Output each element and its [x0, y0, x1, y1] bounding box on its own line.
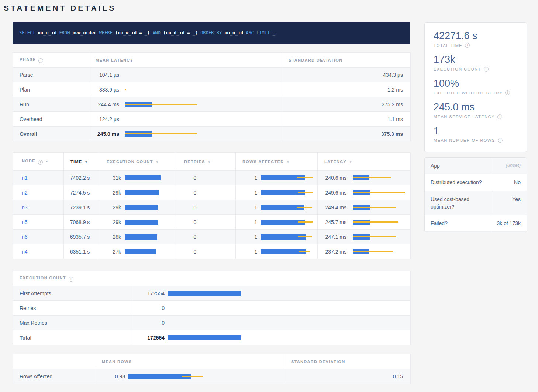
info-icon[interactable]: i: [498, 138, 503, 143]
node-column-header[interactable]: NODEi▼: [13, 153, 64, 171]
node-link[interactable]: n3: [22, 204, 28, 210]
node-exec-count-cell: 31k: [100, 171, 176, 185]
sort-arrow-icon: ▼: [85, 161, 87, 164]
latency-bar-chart: [353, 230, 410, 244]
stat-label-text: MEAN SERVICE LATENCY: [434, 114, 495, 119]
execution-count-header-label: EXECUTION COUNT: [20, 276, 66, 280]
sql-token: _: [272, 30, 275, 35]
node-latency-cell: 240.6 ms: [318, 171, 411, 185]
info-icon[interactable]: i: [484, 67, 489, 72]
sql-token: ORDER BY: [200, 30, 224, 35]
phase-name: Overhead: [13, 112, 89, 127]
node-latency-cell: 247.1 ms: [318, 230, 411, 244]
sort-arrow-icon: ▼: [286, 161, 289, 164]
mean-rows-bar-chart: [128, 369, 284, 384]
latency-bar-chart: [125, 82, 282, 97]
rows-affected-header-row: MEAN ROWS STANDARD DEVIATION: [13, 354, 411, 369]
retries-header-label: RETRIES: [184, 159, 205, 164]
latency-value: 249.4 ms: [324, 204, 346, 210]
rows-affected-bar-chart: [261, 171, 317, 185]
node-link[interactable]: n2: [22, 190, 28, 196]
node-rows-affected-cell: 1: [236, 200, 318, 215]
exec-count-bar-chart: [125, 185, 176, 200]
stat-value: 42271.6 s: [434, 30, 518, 42]
detail-label: Used cost-based optimizer?: [425, 191, 491, 215]
detail-value: Yes: [491, 191, 527, 215]
retries-column-header[interactable]: RETRIES▼: [176, 153, 236, 171]
node-row: n5 7068.9 s 29k 0 1: [13, 215, 411, 230]
node-link[interactable]: n6: [22, 234, 28, 240]
execution-count-value: 0: [131, 305, 165, 311]
rows-header-label: ROWS AFFECTED: [242, 159, 284, 164]
exec-count-bar-chart: [125, 230, 176, 244]
info-icon[interactable]: i: [38, 58, 43, 63]
stat-value: 100%: [434, 78, 518, 89]
stat-label-text: EXECUTED WITHOUT RETRY: [434, 91, 503, 95]
exec-count-value: 27k: [107, 249, 121, 255]
rows-affected-bar-chart: [261, 200, 317, 214]
info-icon[interactable]: i: [465, 43, 470, 48]
time-column-header[interactable]: TIME▼: [64, 153, 100, 171]
exec-count-bar-chart: [125, 215, 176, 229]
detail-label: Failed?: [425, 215, 491, 231]
latency-column-header[interactable]: LATENCY▼: [318, 153, 411, 171]
node-id-cell: n5: [13, 215, 64, 230]
node-row: n4 6351.1 s 27k 0 1: [13, 244, 411, 259]
phase-table: PHASEi MEAN LATENCY STANDARD DEVIATION P…: [13, 52, 411, 141]
stat-label-text: MEAN NUMBER OF ROWS: [434, 138, 495, 142]
latency-header-label: LATENCY: [324, 159, 346, 164]
phase-name: Run: [13, 97, 89, 112]
latency-bar-chart: [353, 185, 410, 200]
summary-sidebar: 42271.6 s TOTAL TIMEi 173k EXECUTION COU…: [424, 22, 527, 232]
execution-count-bar-chart: [168, 286, 410, 300]
node-time-cell: 7274.5 s: [64, 185, 100, 200]
rows-affected-table: MEAN ROWS STANDARD DEVIATION Rows Affect…: [13, 354, 411, 384]
execution-count-value: 172554: [131, 290, 165, 296]
summary-stat: 1 MEAN NUMBER OF ROWSi: [434, 125, 518, 143]
phase-header: PHASEi: [13, 53, 89, 68]
stat-value: 1: [434, 125, 518, 137]
exec-count-column-header[interactable]: EXECUTION COUNT▼: [100, 153, 176, 171]
info-icon[interactable]: i: [38, 160, 43, 165]
node-exec-count-cell: 29k: [100, 185, 176, 200]
detail-label: App: [425, 158, 491, 174]
node-link[interactable]: n4: [22, 249, 28, 255]
exec-header-label: EXECUTION COUNT: [107, 159, 153, 164]
detail-row: Failed? 3k of 173k: [425, 215, 527, 232]
node-link[interactable]: n1: [22, 175, 28, 181]
latency-value: 237.2 ms: [324, 249, 346, 255]
execution-count-value: 172554: [131, 335, 165, 341]
stddev-line: [298, 192, 313, 193]
phase-mean-latency: 124.2 µs: [89, 112, 282, 127]
info-icon[interactable]: i: [497, 114, 502, 119]
execution-count-row: Retries 0: [13, 301, 411, 316]
latency-value: 240.6 ms: [324, 175, 346, 181]
node-row: n6 6935.7 s 28k 0 1: [13, 230, 411, 244]
node-retries-cell: 0: [176, 230, 236, 244]
detail-value: No: [491, 174, 527, 190]
sql-token: no_o_id: [38, 30, 57, 35]
info-icon[interactable]: i: [505, 90, 510, 95]
rows-affected-value: 1: [242, 175, 257, 181]
latency-bar-chart: [353, 171, 410, 185]
sql-token: no_o_id: [224, 30, 246, 35]
stddev-line: [125, 104, 197, 105]
mean-latency-value: 104.1 µs: [96, 72, 119, 78]
sql-token: (no_d_id = _): [163, 30, 200, 35]
phase-row: Run 244.4 ms 375.2 ms: [13, 97, 411, 112]
latency-bar-chart: [353, 200, 410, 214]
stddev-line: [299, 251, 310, 252]
execution-count-row-label: First Attempts: [13, 286, 131, 301]
latency-bar-chart: [125, 68, 282, 82]
node-id-cell: n2: [13, 185, 64, 200]
phase-mean-latency: 244.4 ms: [89, 97, 282, 112]
node-time-cell: 6351.1 s: [64, 244, 100, 259]
detail-value: 3k of 173k: [491, 215, 527, 231]
rows-affected-column-header[interactable]: ROWS AFFECTED▼: [236, 153, 318, 171]
stat-value: 245.0 ms: [434, 101, 518, 113]
node-link[interactable]: n5: [22, 219, 28, 225]
info-icon[interactable]: i: [69, 277, 73, 282]
execution-count-row-value-cell: 0: [131, 316, 411, 330]
node-row: n3 7239.1 s 29k 0 1: [13, 200, 411, 215]
execution-count-row-label: Total: [13, 330, 131, 345]
